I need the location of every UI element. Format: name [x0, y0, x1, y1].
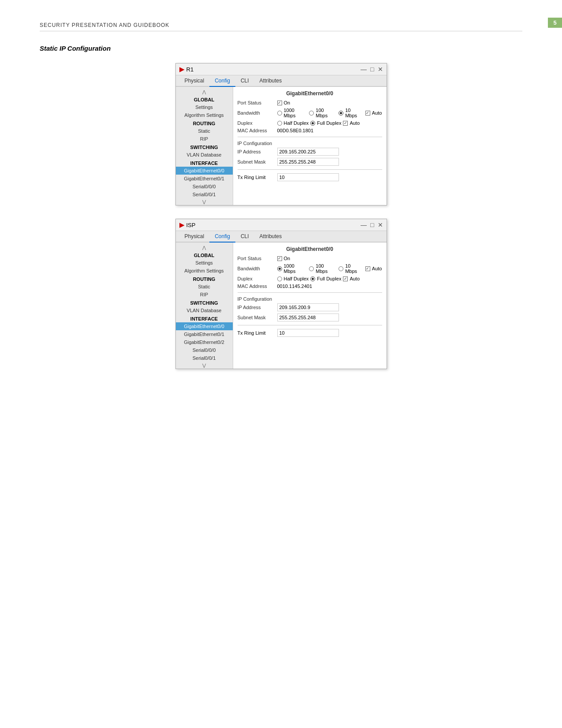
tab-attributes-r1[interactable]: Attributes [254, 75, 287, 86]
panel-title-r1: GigabitEthernet0/0 [238, 90, 382, 97]
sidebar-item-algorithm-r1[interactable]: Algorithm Settings [176, 111, 233, 119]
port-status-label-r1: Port Status [238, 100, 277, 105]
ip-address-row-r1: IP Address 209.165.200.225 [238, 148, 382, 156]
tab-attributes-isp[interactable]: Attributes [254, 231, 287, 242]
divider-r1 [238, 137, 382, 137]
subnet-field-r1[interactable]: 255.255.255.248 [277, 158, 339, 166]
maximize-button-isp[interactable]: □ [370, 221, 374, 228]
tab-cli-isp[interactable]: CLI [235, 231, 254, 242]
bw-10-radio-r1[interactable] [339, 111, 343, 116]
sidebar-item-vlan-r1[interactable]: VLAN Database [176, 151, 233, 159]
divider2-isp [238, 325, 382, 325]
close-button-r1[interactable]: ✕ [378, 66, 383, 73]
bw-10-label-isp: 10 Mbps [345, 263, 364, 274]
scroll-down-r1[interactable]: ⋁ [176, 198, 233, 205]
duplex-half-label-r1: Half Duplex [284, 120, 309, 126]
duplex-half-radio-isp[interactable] [277, 276, 282, 281]
panel-title-isp: GigabitEthernet0/0 [238, 246, 382, 252]
bandwidth-row-isp: Bandwidth 1000 Mbps 100 Mbps 10 Mbps Aut… [238, 263, 382, 274]
sidebar-item-serial00-r1[interactable]: Serial0/0/0 [176, 183, 233, 190]
maximize-button-r1[interactable]: □ [370, 66, 374, 73]
sidebar-isp: ⋀ GLOBAL Settings Algorithm Settings ROU… [176, 243, 233, 369]
bandwidth-label-r1: Bandwidth [238, 110, 277, 116]
bw-auto-checkbox-r1[interactable] [365, 111, 370, 116]
scroll-up-isp[interactable]: ⋀ [176, 244, 233, 251]
sidebar-item-static-isp[interactable]: Static [176, 283, 233, 291]
sidebar-item-ge01-isp[interactable]: GigabitEthernet0/1 [176, 330, 233, 338]
subnet-label-isp: Subnet Mask [238, 315, 277, 320]
bw-100-radio-r1[interactable] [309, 111, 314, 116]
tab-config-r1[interactable]: Config [209, 75, 235, 87]
sidebar-item-ge00-isp[interactable]: GigabitEthernet0/0 [176, 322, 233, 330]
sidebar-item-serial01-r1[interactable]: Serial0/0/1 [176, 190, 233, 198]
ip-address-field-isp[interactable]: 209.165.200.9 [277, 303, 339, 311]
duplex-full-radio-isp[interactable] [310, 276, 315, 281]
duplex-row-isp: Duplex Half Duplex Full Duplex Auto [238, 276, 382, 281]
tab-physical-r1[interactable]: Physical [179, 75, 210, 86]
duplex-value-r1: Half Duplex Full Duplex Auto [277, 120, 360, 126]
mac-value-r1: 00D0.58E0.1801 [277, 128, 382, 133]
sidebar-item-ge00-r1[interactable]: GigabitEthernet0/0 [176, 167, 233, 175]
mac-row-r1: MAC Address 00D0.58E0.1801 [238, 128, 382, 133]
port-status-checkbox-r1[interactable] [277, 101, 282, 105]
titlebar-controls-r1[interactable]: — □ ✕ [361, 66, 383, 73]
bw-auto-label-r1: Auto [372, 110, 382, 116]
tab-bar-r1: Physical Config CLI Attributes [176, 75, 387, 87]
sidebar-item-serial00-isp[interactable]: Serial0/0/0 [176, 346, 233, 354]
doc-header: SECURITY PRESENTATION AND GUIDEBOOK [40, 22, 522, 31]
minimize-button-isp[interactable]: — [361, 221, 367, 228]
port-status-label-isp: Port Status [238, 256, 277, 261]
bw-10-radio-isp[interactable] [339, 266, 343, 271]
sidebar-item-serial01-isp[interactable]: Serial0/0/1 [176, 354, 233, 362]
sidebar-item-algorithm-isp[interactable]: Algorithm Settings [176, 267, 233, 275]
sidebar-item-settings-isp[interactable]: Settings [176, 259, 233, 267]
tab-config-isp[interactable]: Config [209, 231, 235, 243]
sidebar-section-interface-r1: INTERFACE [176, 159, 233, 167]
scroll-down-isp[interactable]: ⋁ [176, 362, 233, 369]
tab-cli-r1[interactable]: CLI [235, 75, 254, 86]
sidebar-item-static-r1[interactable]: Static [176, 127, 233, 135]
titlebar-left-isp: ▶ ISP [179, 221, 196, 228]
titlebar-controls-isp[interactable]: — □ ✕ [361, 221, 383, 228]
window-body-isp: ⋀ GLOBAL Settings Algorithm Settings ROU… [176, 243, 387, 369]
duplex-auto-checkbox-r1[interactable] [343, 121, 348, 126]
sidebar-item-settings-r1[interactable]: Settings [176, 103, 233, 111]
subnet-field-isp[interactable]: 255.255.255.248 [277, 314, 339, 321]
duplex-full-label-isp: Full Duplex [317, 276, 341, 281]
sidebar-item-rip-r1[interactable]: RIP [176, 135, 233, 143]
router-window-r1: ▶ R1 — □ ✕ Physical Config CLI Attribute… [175, 63, 387, 205]
tx-field-r1[interactable]: 10 [277, 173, 339, 181]
bw-auto-checkbox-isp[interactable] [365, 266, 370, 271]
scroll-up-r1[interactable]: ⋀ [176, 89, 233, 95]
mac-label-r1: MAC Address [238, 128, 277, 133]
duplex-full-radio-r1[interactable] [310, 121, 315, 126]
duplex-half-radio-r1[interactable] [277, 121, 282, 126]
port-status-checkbox-isp[interactable] [277, 256, 282, 261]
tx-row-r1: Tx Ring Limit 10 [238, 173, 382, 181]
duplex-row-r1: Duplex Half Duplex Full Duplex Auto [238, 120, 382, 126]
duplex-label-isp: Duplex [238, 276, 277, 281]
tab-physical-isp[interactable]: Physical [179, 231, 210, 242]
ip-address-label-isp: IP Address [238, 305, 277, 310]
close-button-isp[interactable]: ✕ [378, 221, 383, 228]
ip-address-row-isp: IP Address 209.165.200.9 [238, 303, 382, 311]
bandwidth-row-r1: Bandwidth 1000 Mbps 100 Mbps 10 Mbps Aut… [238, 108, 382, 118]
tx-field-isp[interactable]: 10 [277, 329, 339, 337]
bw-1000-radio-r1[interactable] [277, 111, 282, 116]
tx-label-r1: Tx Ring Limit [238, 175, 277, 180]
sidebar-section-global-r1: GLOBAL [176, 95, 233, 103]
ip-address-field-r1[interactable]: 209.165.200.225 [277, 148, 339, 156]
sidebar-item-ge01-r1[interactable]: GigabitEthernet0/1 [176, 175, 233, 183]
sidebar-item-vlan-isp[interactable]: VLAN Database [176, 306, 233, 314]
port-status-text-r1: On [284, 100, 290, 105]
bw-100-radio-isp[interactable] [309, 266, 314, 271]
sidebar-item-ge02-isp[interactable]: GigabitEthernet0/2 [176, 338, 233, 346]
bw-1000-radio-isp[interactable] [277, 266, 282, 271]
minimize-button-r1[interactable]: — [361, 66, 367, 73]
divider-isp [238, 292, 382, 293]
sidebar-item-rip-isp[interactable]: RIP [176, 291, 233, 299]
section-title: Static IP Configuration [40, 45, 522, 52]
duplex-auto-checkbox-isp[interactable] [343, 276, 348, 281]
titlebar-isp: ▶ ISP — □ ✕ [176, 219, 387, 231]
subnet-row-r1: Subnet Mask 255.255.255.248 [238, 158, 382, 166]
